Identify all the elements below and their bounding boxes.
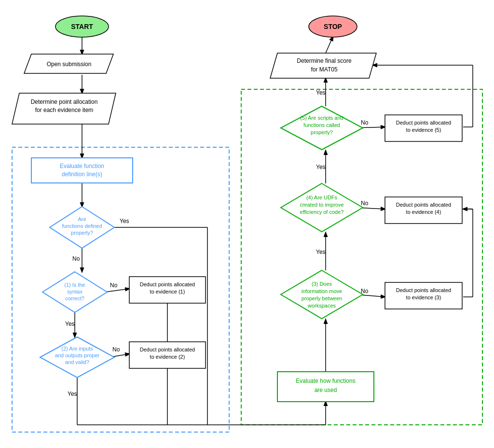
are-functions-defined-label2: functions defined [62,223,102,229]
label-no-q2: No [112,346,120,353]
evaluate-funcdef-label: Evaluate function [60,163,104,169]
are-functions-defined-label: Are [78,216,86,222]
open-submission-label: Open submission [47,61,92,68]
final-score-node [270,53,376,78]
deduct5-label: Deduct points allocated [396,120,451,126]
q4-udfs-label3: efficiency of code? [300,209,344,215]
deduct2-label: Deduct points allocated [140,347,195,352]
flow-svg: No Yes No Yes No Yes No Yes No Yes No [0,0,494,448]
deduct3-label: Deduct points allocated [396,287,451,293]
q3-info-label: (3) Does [312,281,332,287]
flowchart-diagram: No Yes No Yes No Yes No Yes No Yes No [0,0,494,448]
deduct2-label2: to evidence (2) [150,354,185,360]
q1-syntax-label3: correct? [65,295,84,301]
label-no-q1: No [110,282,118,289]
label-yes-q2: Yes [68,391,77,397]
q2-inputs-label: (2) Are inputs [61,346,93,351]
deduct4-label: Deduct points allocated [396,202,451,208]
label-yes-q3: Yes [316,249,326,255]
q5-scripts-label3: properly? [311,129,333,135]
q1-syntax-label: (1) Is the [64,282,85,288]
label-no-q4: No [361,200,369,207]
deduct1-label2: to evidence (1) [150,289,185,294]
q4-udfs-node [281,183,363,232]
q3-info-label2: information move [302,288,342,294]
evaluate-funcdef-node [31,158,133,183]
deduct4-label2: to evidence (4) [406,209,441,215]
q2-inputs-label2: and outputs proper [55,352,100,358]
arrow-q1-no-to-deduct1 [105,289,129,292]
are-functions-defined-label3: properly? [71,230,93,236]
label-yes-q4: Yes [316,164,326,170]
q3-info-node [281,270,363,319]
q3-info-label3: properly between [302,295,342,301]
q5-scripts-node [281,106,363,150]
arrow-final-to-stop [326,37,333,53]
q3-info-label4: workspaces [307,303,336,308]
q4-udfs-label: (4) Are UDFs [306,195,338,200]
q2-inputs-label3: and valid? [65,359,89,365]
stop-label: STOP [324,23,342,30]
label-yes-1: Yes [120,218,129,224]
q5-scripts-label: (5) Are scripts and [300,115,343,121]
label-yes-q5: Yes [316,89,326,96]
label-no-q5: No [361,119,369,126]
start-label: START [71,23,93,30]
deduct3-label2: to evidence (3) [406,294,441,300]
evaluate-funcdef-label2: definition line(s) [62,171,102,178]
final-score-label: Determine final score [297,57,352,64]
q5-scripts-label2: functions called [303,122,340,128]
determine-allocation-label2: for each evidence item [35,107,94,113]
determine-allocation-label: Determine point allocation [31,98,98,105]
deduct1-label: Deduct points allocated [140,281,195,287]
deduct5-label2: to evidence (5) [406,127,441,133]
evaluate-how-label2: are used [315,387,337,393]
evaluate-how-label: Evaluate how functions [296,378,355,384]
final-score-label2: for MAT05 [311,66,337,73]
label-no-1: No [72,255,80,262]
q1-syntax-label2: syntax [67,289,82,294]
label-yes-q1: Yes [65,321,75,327]
q4-udfs-label2: created to improve [300,202,343,208]
